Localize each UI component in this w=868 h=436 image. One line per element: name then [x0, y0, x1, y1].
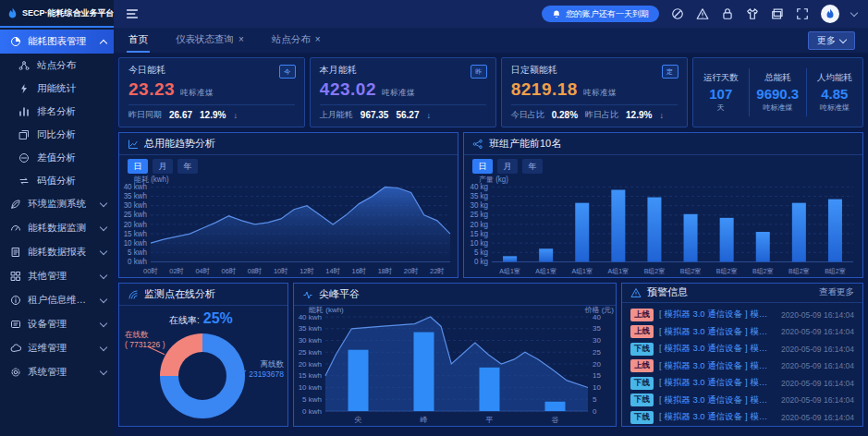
svg-text:15: 15 — [593, 371, 601, 380]
sidebar-item-label: 其他管理 — [28, 270, 94, 283]
site-icon — [18, 60, 30, 71]
svg-text:尖: 尖 — [355, 416, 362, 424]
chevron-down-icon — [100, 295, 107, 302]
alert-time: 2020-05-09 16:14:04 — [781, 361, 854, 370]
period-tab-年[interactable]: 年 — [522, 159, 543, 174]
calendar-icon: 今 — [279, 65, 296, 79]
tab-site-dist[interactable]: 站点分布× — [270, 28, 323, 53]
charts-row: 总用能趋势分析 日月年 0 kwh5 kwh10 kwh15 kwh20 kwh… — [118, 132, 863, 278]
pie-chart-icon — [10, 36, 21, 47]
chevron-down-icon[interactable] — [850, 8, 858, 16]
sidebar-item-ranking[interactable]: 排名分析 — [0, 100, 114, 123]
sidebar-item-code[interactable]: 码值分析 — [0, 169, 114, 192]
sidebar-item-energy-monitor[interactable]: 能耗数据监测 — [0, 216, 114, 240]
period-tab-月[interactable]: 月 — [497, 159, 518, 174]
slash-circle-icon[interactable] — [671, 7, 684, 20]
svg-text:10: 10 — [593, 383, 601, 392]
bar[interactable] — [828, 200, 842, 262]
svg-text:20时: 20时 — [404, 267, 419, 275]
sidebar-item-chart-mgmt[interactable]: 能耗图表管理 — [0, 30, 114, 54]
svg-text:22时: 22时 — [430, 267, 445, 275]
alert-row[interactable]: 下线 [ 模拟器 3.0 通信设备 ] 模拟器 3.0... 2020-05-0… — [630, 375, 854, 393]
sidebar-item-ops-mgmt[interactable]: 运维管理 — [0, 336, 114, 360]
flame-icon — [6, 7, 18, 19]
alert-text: [ 模拟器 3.0 通信设备 ] 模拟器 3.0... — [659, 309, 776, 321]
tab-label: 站点分布 — [272, 33, 311, 46]
bar[interactable] — [792, 203, 806, 262]
svg-text:18时: 18时 — [378, 267, 393, 275]
kpi-footer-label: 昨日占比 — [585, 109, 618, 121]
bar[interactable] — [539, 248, 553, 261]
period-tab-年[interactable]: 年 — [177, 159, 198, 174]
stat-value: 107 — [693, 86, 749, 102]
svg-text:0: 0 — [593, 407, 597, 416]
sidebar-item-yoy[interactable]: 同比分析 — [0, 123, 114, 146]
sidebar-item-label: 能耗数据报表 — [28, 246, 94, 259]
tab-home[interactable]: 首页 — [127, 28, 150, 53]
sidebar-item-diff[interactable]: 差值分析 — [0, 146, 114, 169]
stat-unit: 吨标准煤 — [807, 103, 862, 113]
tshirt-icon[interactable] — [746, 7, 759, 20]
bar[interactable] — [720, 218, 734, 262]
bar[interactable] — [545, 402, 566, 411]
gallery-icon[interactable] — [771, 7, 784, 20]
alerts-panel: 预警信息 查看更多 上线 [ 模拟器 3.0 通信设备 ] 模拟器 3.0...… — [621, 283, 863, 427]
kpi-unit: 吨标准煤 — [382, 88, 415, 99]
svg-text:20 kg: 20 kg — [470, 220, 488, 228]
sidebar-item-label: 差值分析 — [37, 151, 76, 164]
more-button[interactable]: 更多 — [808, 31, 855, 50]
notification-pill[interactable]: 您的账户还有一天到期 — [542, 6, 659, 22]
tab-bar: 首页仪表状态查询×站点分布× 更多 — [114, 28, 868, 53]
close-icon[interactable]: × — [315, 34, 321, 44]
top-bar: 您的账户还有一天到期 — [114, 0, 868, 28]
sidebar-item-site-dist[interactable]: 站点分布 — [0, 54, 114, 77]
kpi-footer-value: 967.35 — [361, 110, 389, 120]
close-icon[interactable]: × — [238, 34, 244, 44]
period-tab-日[interactable]: 日 — [472, 159, 493, 174]
sidebar-item-system-mgmt[interactable]: 系统管理 — [0, 360, 114, 384]
fullscreen-icon[interactable] — [796, 7, 809, 20]
app-logo[interactable]: SECP·能耗综合业务平台 — [0, 0, 114, 28]
warning-icon[interactable] — [696, 7, 709, 20]
sidebar-item-other-mgmt[interactable]: 其他管理 — [0, 264, 114, 288]
status-badge: 上线 — [630, 325, 654, 338]
sidebar-item-tenant-mgmt[interactable]: 租户信息维护管理 — [0, 288, 114, 312]
alert-row[interactable]: 上线 [ 模拟器 3.0 通信设备 ] 模拟器 3.0... 2020-05-0… — [630, 323, 854, 341]
bar[interactable] — [414, 333, 434, 411]
bar[interactable] — [756, 232, 770, 261]
bar[interactable] — [348, 350, 369, 411]
bar[interactable] — [480, 368, 500, 411]
svg-text:00时: 00时 — [143, 267, 158, 275]
avatar[interactable] — [821, 5, 839, 23]
alert-row[interactable]: 下线 [ 模拟器 3.0 通信设备 ] 模拟器 3.0... 2020-05-0… — [630, 409, 854, 427]
leaf-icon — [10, 199, 21, 210]
bar[interactable] — [503, 256, 517, 261]
svg-text:35 kwh: 35 kwh — [124, 192, 147, 200]
alert-row[interactable]: 下线 [ 模拟器 3.0 通信设备 ] 模拟器 3.0... 2020-05-0… — [630, 341, 854, 358]
sidebar-item-energy-stats[interactable]: 用能统计 — [0, 77, 114, 100]
sidebar-item-label: 租户信息维护管理 — [28, 294, 94, 307]
period-tab-月[interactable]: 月 — [153, 159, 173, 174]
bar[interactable] — [647, 198, 661, 262]
bar[interactable] — [575, 203, 589, 262]
sidebar-item-env-monitor[interactable]: 环境监测系统 — [0, 192, 114, 216]
panel-header: 预警信息 查看更多 — [622, 284, 862, 303]
tab-meter-status[interactable]: 仪表状态查询× — [174, 28, 246, 53]
alert-row[interactable]: 下线 [ 模拟器 3.0 通信设备 ] 模拟器 3.0... 2020-05-0… — [630, 392, 854, 409]
alert-row[interactable]: 上线 [ 模拟器 3.0 通信设备 ] 模拟器 3.0... 2020-05-0… — [630, 307, 854, 324]
sidebar-item-device-mgmt[interactable]: 设备管理 — [0, 312, 114, 336]
sidebar-item-label: 站点分布 — [37, 59, 76, 72]
online-rate-value: 25% — [203, 310, 233, 326]
period-tab-日[interactable]: 日 — [128, 159, 148, 174]
alert-row[interactable]: 上线 [ 模拟器 3.0 通信设备 ] 模拟器 3.0... 2020-05-0… — [630, 357, 854, 375]
bar[interactable] — [611, 189, 625, 261]
tab-label: 首页 — [128, 33, 148, 46]
bar[interactable] — [684, 214, 698, 262]
view-more-link[interactable]: 查看更多 — [819, 286, 854, 298]
minus-icon — [18, 152, 30, 164]
svg-text:20 kwh: 20 kwh — [124, 220, 147, 228]
lock-icon[interactable] — [721, 7, 734, 20]
sidebar-item-energy-report[interactable]: 能耗数据报表 — [0, 240, 114, 264]
collapse-menu-icon[interactable] — [125, 6, 140, 21]
alert-text: [ 模拟器 3.0 通信设备 ] 模拟器 3.0... — [659, 394, 776, 406]
